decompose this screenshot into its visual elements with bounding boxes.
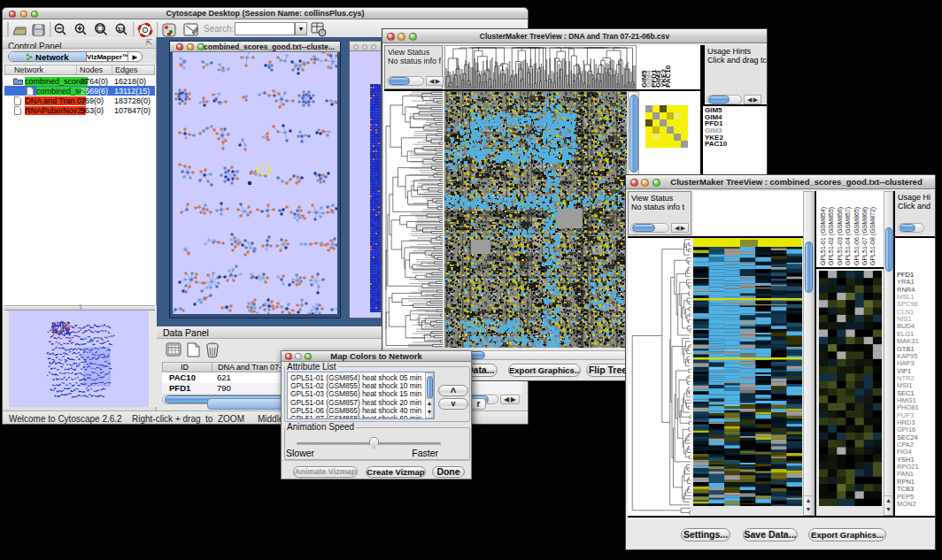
svg-text:1:1: 1:1 (118, 27, 126, 32)
